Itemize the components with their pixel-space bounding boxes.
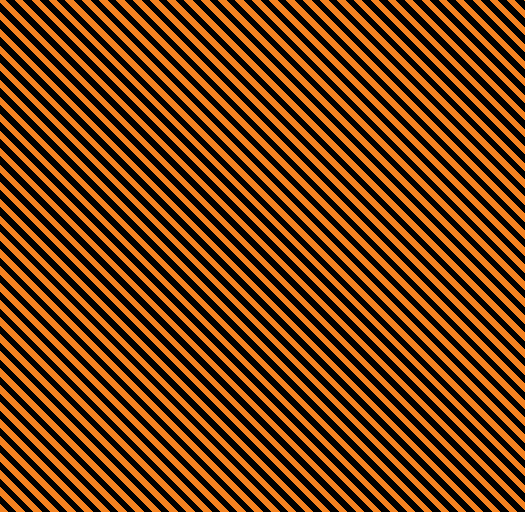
copy-button[interactable]: ▾ xyxy=(52,27,86,43)
ribbon: ▾ A▴ A▾ xyxy=(6,6,519,94)
bold-button[interactable] xyxy=(97,34,119,56)
align-middle-button[interactable] xyxy=(382,10,404,32)
format-painter-button[interactable] xyxy=(52,44,86,62)
align-right-button[interactable] xyxy=(406,34,428,56)
border-button[interactable]: ▾ xyxy=(176,34,198,56)
align-top-button[interactable] xyxy=(358,10,380,32)
svg-rect-4 xyxy=(60,32,67,41)
font-group: A▴ A▾ ▾ ▾ ▾ A▾ ▾ xyxy=(91,6,352,92)
align-top-icon xyxy=(362,14,376,28)
font-color-button[interactable]: A▾ xyxy=(231,34,253,56)
indent-dec-button[interactable] xyxy=(437,34,459,56)
fill-color-button[interactable]: ▾ xyxy=(207,34,229,56)
cancel-button[interactable]: ✕ xyxy=(86,99,106,113)
font-family-select[interactable] xyxy=(97,11,197,31)
align-center-icon xyxy=(386,38,400,52)
bucket-icon xyxy=(209,38,223,52)
watermark xyxy=(507,502,513,504)
phonetic-button[interactable]: ▾ xyxy=(262,34,284,56)
align-left-icon xyxy=(362,38,376,52)
indent-inc-button[interactable] xyxy=(461,34,483,56)
svg-rect-2 xyxy=(26,23,35,27)
enter-button[interactable]: ✓ xyxy=(106,99,126,113)
orientation-button[interactable]: ab▾ xyxy=(437,10,459,32)
font-size-select[interactable] xyxy=(199,11,241,31)
svg-rect-5 xyxy=(179,39,191,51)
border-icon xyxy=(178,38,192,52)
brush-icon xyxy=(57,46,71,60)
cut-button[interactable] xyxy=(52,10,86,26)
align-bottom-icon xyxy=(410,14,424,28)
shrink-font-button[interactable]: A▾ xyxy=(267,10,289,32)
svg-rect-7 xyxy=(211,50,221,52)
clipboard-icon xyxy=(17,22,43,52)
align-left-button[interactable] xyxy=(358,34,380,56)
svg-rect-1 xyxy=(24,28,37,46)
underline-button[interactable]: ▾ xyxy=(145,34,167,56)
indent-dec-icon xyxy=(441,38,455,52)
grow-font-button[interactable]: A▴ xyxy=(243,10,265,32)
name-box[interactable] xyxy=(6,94,84,117)
formula-bar: ✕ ✓ xyxy=(6,94,519,118)
align-right-icon xyxy=(410,38,424,52)
italic-button[interactable] xyxy=(121,34,143,56)
align-center-button[interactable] xyxy=(382,34,404,56)
align-middle-icon xyxy=(386,14,400,28)
clipboard-group: ▾ xyxy=(6,6,91,92)
scissors-icon xyxy=(56,11,70,25)
formula-input[interactable] xyxy=(149,94,519,117)
indent-inc-icon xyxy=(465,38,479,52)
copy-icon xyxy=(56,28,70,42)
font-group-label xyxy=(95,87,347,92)
align-group-label xyxy=(356,87,514,92)
align-group: ab▾ xyxy=(352,6,519,92)
paste-button[interactable] xyxy=(10,8,50,66)
clipboard-group-label xyxy=(10,87,86,92)
align-bottom-button[interactable] xyxy=(406,10,428,32)
